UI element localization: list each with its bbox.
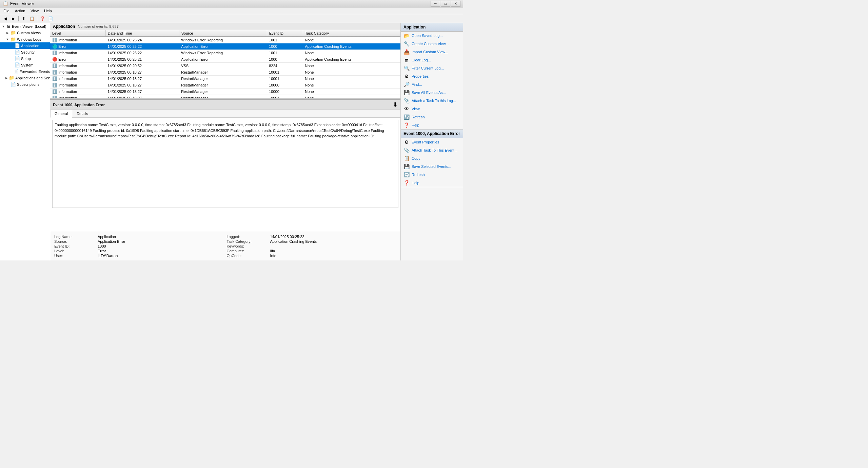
tree-item-root[interactable]: ▼ 🖥 Event Viewer (Local) — [0, 23, 50, 30]
label-apps-services: Applications and Services Lo... — [15, 76, 50, 80]
help-toolbar-button[interactable]: ❓ — [39, 15, 46, 22]
tree-item-subscriptions[interactable]: 📄 Subscriptions — [0, 81, 50, 87]
log-header-count: Number of events: 9,687 — [78, 24, 118, 28]
action-item[interactable]: 🔎Find... — [401, 80, 463, 89]
event-detail-panel: Event 1000, Application Error ⬇ General … — [50, 99, 400, 260]
action-item[interactable]: 💾Save All Events As... — [401, 89, 463, 97]
cell-level: ℹ️Information — [50, 76, 105, 82]
log-header: Application Number of events: 9,687 — [50, 23, 400, 30]
menu-action[interactable]: Action — [12, 8, 28, 14]
up-button[interactable]: ⬆ — [20, 15, 27, 22]
back-button[interactable]: ◀ — [1, 15, 9, 22]
action-item[interactable]: 📎Attach a Task To this Log... — [401, 97, 463, 105]
meta-value-opcode: Info — [270, 254, 397, 258]
action-label: Clear Log... — [412, 58, 431, 62]
tree-item-apps-services[interactable]: ▶ 📁 Applications and Services Lo... — [0, 75, 50, 81]
action-label: Create Custom View... — [412, 42, 449, 46]
tree-item-security[interactable]: 📄 Security — [0, 49, 50, 55]
table-row[interactable]: ℹ️Information 14/01/2025 00:20:52 VSS 82… — [50, 63, 400, 69]
action-item[interactable]: 🗑Clear Log... — [401, 56, 463, 64]
detail-collapse-button[interactable]: ⬇ — [393, 101, 398, 109]
action-icon: 💾 — [403, 90, 410, 95]
icon-subscriptions: 📄 — [11, 82, 16, 87]
action-item[interactable]: 📂Open Saved Log... — [401, 32, 463, 40]
tree-item-forwarded-events[interactable]: 📄 Forwarded Events — [0, 68, 50, 75]
cell-level: 🔴Error — [50, 43, 105, 50]
table-row[interactable]: ℹ️Information 14/01/2025 00:25:22 Window… — [50, 50, 400, 56]
title-bar-text: Event Viewer — [10, 1, 34, 6]
icon-apps-services: 📁 — [9, 75, 14, 80]
action-item[interactable]: 💾Save Selected Events... — [401, 162, 463, 171]
show-hide-button[interactable]: 📋 — [28, 15, 36, 22]
col-datetime[interactable]: Date and Time — [105, 30, 179, 37]
action-icon: ❓ — [403, 122, 410, 128]
table-row[interactable]: ℹ️Information 14/01/2025 00:18:27 Restar… — [50, 89, 400, 95]
action-item[interactable]: ⚙Properties — [401, 72, 463, 80]
cell-level: ℹ️Information — [50, 63, 105, 69]
close-button[interactable]: ✕ — [451, 1, 460, 7]
tree-item-application[interactable]: 📄 Application — [0, 42, 50, 49]
action-item[interactable]: 📋Copy — [401, 154, 463, 162]
table-row[interactable]: 🔴Error 14/01/2025 00:25:22 Application E… — [50, 43, 400, 50]
cell-level: ℹ️Information — [50, 89, 105, 95]
action-item[interactable]: 👁View — [401, 105, 463, 113]
menu-file[interactable]: File — [1, 8, 12, 14]
event-description-box: Faulting application name: TestC.exe, ve… — [52, 120, 398, 208]
maximize-button[interactable]: □ — [441, 1, 450, 7]
minimize-button[interactable]: ─ — [431, 1, 440, 7]
cell-level: ℹ️Information — [50, 82, 105, 89]
menu-view[interactable]: View — [28, 8, 41, 14]
table-row[interactable]: ℹ️Information 14/01/2025 00:18:27 Restar… — [50, 82, 400, 89]
tree-item-setup[interactable]: 📄 Setup — [0, 55, 50, 62]
action-item[interactable]: ⚙Event Properties — [401, 138, 463, 146]
actions-section-event: Event 1000, Application Error ⚙Event Pro… — [401, 130, 463, 187]
tree-item-system[interactable]: 📄 System — [0, 62, 50, 68]
action-item[interactable]: 🔄Refresh — [401, 171, 463, 179]
cell-eventid: 1000 — [267, 43, 303, 50]
menu-help[interactable]: Help — [41, 8, 55, 14]
label-security: Security — [21, 50, 35, 54]
table-row[interactable]: 🔴Error 14/01/2025 00:25:21 Application E… — [50, 56, 400, 63]
cell-source: RestartManager — [179, 82, 267, 89]
new-button[interactable]: 📄 — [47, 15, 54, 22]
event-detail-header: Event 1000, Application Error ⬇ — [50, 100, 400, 110]
forward-button[interactable]: ▶ — [9, 15, 17, 22]
action-item[interactable]: ❓Help — [401, 121, 463, 129]
action-icon: 🔍 — [403, 65, 410, 71]
cell-datetime: 14/01/2025 00:25:22 — [105, 43, 179, 50]
label-forwarded: Forwarded Events — [20, 70, 50, 74]
action-item[interactable]: 🔄Refresh — [401, 113, 463, 121]
cell-source: VSS — [179, 63, 267, 69]
cell-eventid: 10001 — [267, 95, 303, 98]
events-table-container[interactable]: Level Date and Time Source Event ID Task… — [50, 30, 400, 98]
action-item[interactable]: 🔧Create Custom View... — [401, 40, 463, 48]
icon-application: 📄 — [15, 43, 20, 48]
cell-eventid: 10001 — [267, 76, 303, 82]
col-category[interactable]: Task Category — [303, 30, 400, 37]
action-icon: 📎 — [403, 98, 410, 103]
meta-label-keywords: Keywords: — [227, 244, 268, 248]
table-row[interactable]: ℹ️Information 14/01/2025 00:25:24 Window… — [50, 37, 400, 43]
action-item[interactable]: 📎Attach Task To This Event... — [401, 146, 463, 154]
action-item[interactable]: 🔍Filter Current Log... — [401, 64, 463, 72]
col-source[interactable]: Source — [179, 30, 267, 37]
col-eventid[interactable]: Event ID — [267, 30, 303, 37]
table-row[interactable]: ℹ️Information 14/01/2025 00:18:27 Restar… — [50, 69, 400, 76]
tree-item-custom-views[interactable]: ▶ 📁 Custom Views — [0, 30, 50, 36]
cell-category: None — [303, 37, 400, 43]
col-level[interactable]: Level — [50, 30, 105, 37]
tree-item-windows-logs[interactable]: ▼ 📁 Windows Logs — [0, 36, 50, 42]
cell-eventid: 10000 — [267, 82, 303, 89]
meta-label-logged: Logged: — [227, 235, 268, 239]
action-label: Attach Task To This Event... — [412, 148, 457, 152]
table-row[interactable]: ℹ️Information 14/01/2025 00:18:27 Restar… — [50, 95, 400, 98]
cell-level: 🔴Error — [50, 56, 105, 63]
cell-eventid: 1001 — [267, 37, 303, 43]
tab-details[interactable]: Details — [72, 110, 93, 117]
tab-general[interactable]: General — [50, 110, 72, 118]
action-item[interactable]: ❓Help — [401, 179, 463, 187]
table-row[interactable]: ℹ️Information 14/01/2025 00:18:27 Restar… — [50, 76, 400, 82]
menu-bar: File Action View Help — [0, 7, 463, 14]
left-panel: ▼ 🖥 Event Viewer (Local) ▶ 📁 Custom View… — [0, 23, 50, 260]
action-item[interactable]: 📥Import Custom View... — [401, 48, 463, 56]
